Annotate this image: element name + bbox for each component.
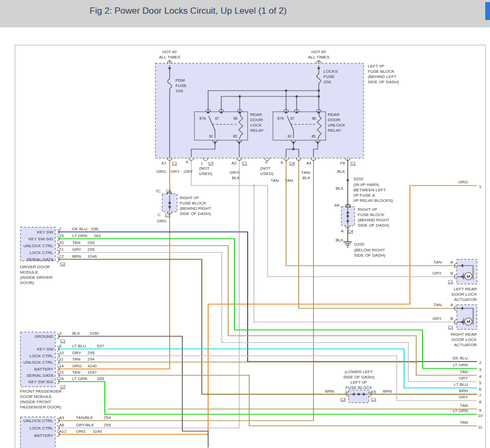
diagram-label: DOOR <box>328 118 340 122</box>
wire-brn-46 <box>58 259 349 394</box>
motor-letter: M <box>467 319 471 324</box>
diagram-label: (BEHIND RIGHT <box>180 206 211 211</box>
diagram-label: GRY <box>433 316 442 321</box>
diagram-label: 30 <box>287 134 291 138</box>
diagram-label: GROUND <box>34 334 53 339</box>
diagram-label: 11 <box>478 425 483 430</box>
diagram-label: PDM <box>175 78 185 83</box>
diagram-label: C7 <box>165 212 171 217</box>
diagram-label: BLK <box>336 186 344 191</box>
diagram-label: FUSE <box>324 74 335 79</box>
diagram-label: BRN <box>72 254 81 259</box>
junction-dot <box>285 90 288 92</box>
scrollbar-thumb[interactable] <box>485 2 490 20</box>
diagram-label: I/P FUSE & <box>354 193 375 198</box>
diagram-label: GRY <box>433 271 442 276</box>
diagram-label: LOCK <box>250 123 262 128</box>
junction-dot <box>347 215 349 218</box>
diagram-label: G200 <box>354 242 365 247</box>
diagram-label: TAN <box>434 260 442 265</box>
front-passenger-door-module <box>21 332 55 387</box>
diagram-label: SIDE OF DASH) <box>368 80 399 84</box>
diagram-label: A6 <box>59 423 64 427</box>
diagram-label: (NOT <box>260 166 271 171</box>
diagram-label: (BEHIND RIGHT <box>358 218 389 222</box>
diagram-label: C4 <box>348 229 354 233</box>
diagram-label: 21 <box>59 247 64 252</box>
diagram-label: BLK <box>336 238 344 242</box>
motor-letter: M <box>467 274 471 279</box>
junction-dot <box>292 148 295 151</box>
junction-dot <box>318 95 320 98</box>
diagram-label: BLK <box>302 176 311 180</box>
diagram-label: RIGHT I/P <box>180 196 199 200</box>
diagram-label: GRY <box>184 169 193 174</box>
diagram-label: F <box>266 160 268 165</box>
diagram-label: 6 <box>479 387 482 392</box>
diagram-label: 262 <box>94 233 101 238</box>
diagram-label: C1 <box>448 279 454 284</box>
diagram-label: E5 <box>371 389 376 394</box>
wire-gry-38 <box>58 159 239 428</box>
diagram-label: ORG <box>156 169 166 174</box>
diagram-label: LT GRN <box>453 363 468 367</box>
diagram-label: LOCK CTRL <box>30 426 53 431</box>
diagram-label: 15 <box>59 233 64 238</box>
diagram-label: LOCK CTRL <box>30 354 53 358</box>
diagram-label: ALL TIMES <box>308 55 329 60</box>
diagram-label: 22 <box>59 254 64 259</box>
diagram-label: GRY <box>459 376 468 381</box>
diagram-label: 295 <box>87 247 95 252</box>
diagram-label: TAN <box>460 403 468 408</box>
diagram-label: (NOT <box>199 166 210 171</box>
diagram-label: 85 <box>233 134 237 138</box>
diagram-label: FRONT PASSENGER <box>20 389 62 394</box>
diagram-label: 4 <box>479 374 482 379</box>
diagram-label: FUSE BLOCK <box>346 385 373 390</box>
diagram-label: UNLOCK <box>328 123 346 128</box>
diagram-label: C4 <box>208 161 214 165</box>
diagram-label: TAN <box>72 370 81 375</box>
diagram-label: K <box>186 160 189 164</box>
diagram-label: UNLOCK CTRL <box>24 244 54 248</box>
diagram-label: (IN I/P HARN, <box>354 182 380 187</box>
diagram-label: UNLOCK CTRL <box>24 418 54 423</box>
diagram-label: 8 <box>479 400 482 404</box>
diagram-page: MMHOT ATALL TIMESHOT ATALL TIMESPDMFUSE1… <box>0 27 490 448</box>
diagram-label: 254 <box>104 415 111 420</box>
diagram-label: BLK <box>72 331 81 336</box>
diagram-label: SIDE OF DASH) <box>358 223 389 228</box>
diagram-label: DRIVER DOOR <box>20 265 50 269</box>
diagram-label: (INSIDE DRIVER <box>20 275 53 280</box>
diagram-label: A3 <box>59 415 64 420</box>
diagram-label: 537 <box>97 344 104 348</box>
diagram-label: SIDE OF DASH) <box>180 211 211 216</box>
diagram-label: REAR <box>328 112 339 117</box>
diagram-label: LEFT REAR <box>454 287 477 291</box>
left-rear-door-lock-actuator <box>457 259 477 284</box>
diagram-label: SIDE OF DASH) <box>354 253 385 258</box>
diagram-label: 14 <box>59 364 64 368</box>
diagram-label: C4 <box>289 161 295 165</box>
diagram-label: DOOR) <box>20 280 34 285</box>
diagram-label: C1 <box>346 203 351 208</box>
diagram-label: 10A <box>175 89 183 93</box>
diagram-label: TAN <box>72 240 81 245</box>
diagram-label: 24 <box>59 376 64 381</box>
diagram-label: 6 <box>59 344 62 348</box>
diagram-label: 20A <box>324 80 331 84</box>
diagram-label: C <box>158 212 161 217</box>
diagram-label: LT BLU <box>72 344 86 348</box>
diagram-label: HOT AT <box>162 50 177 54</box>
diagram-label: SERIAL DATA <box>26 373 53 378</box>
diagram-label: GRY <box>171 169 180 174</box>
junction-dot <box>347 179 349 182</box>
diagram-label: BETWEEN LEFT <box>354 188 386 192</box>
diagram-label: TAN/ <box>301 170 310 175</box>
diagram-label: RELAY <box>250 128 264 133</box>
diagram-label: C1 <box>172 161 178 165</box>
diagram-label: ORG <box>76 429 85 434</box>
diagram-label: 87A <box>200 116 207 120</box>
wire-lt-blu-49 <box>58 349 477 388</box>
diagram-label: ALL TIMES <box>159 55 180 60</box>
